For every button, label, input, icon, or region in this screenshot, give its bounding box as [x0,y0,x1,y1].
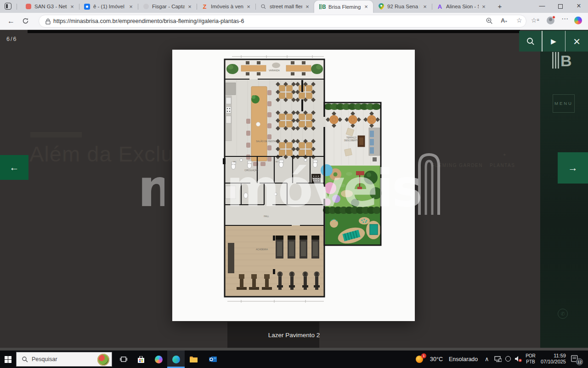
task-view-button[interactable] [115,351,132,368]
new-tab-button[interactable]: + [495,2,504,11]
language-indicator[interactable]: PORPTB [525,353,537,365]
brisa-icon: B [319,3,326,10]
tab-san-g3[interactable]: SAN G3 - Netim × [20,0,79,13]
profile-notification-dot [552,16,555,19]
back-icon[interactable]: ← [7,17,15,25]
background-overline [30,132,82,138]
search-placeholder: Pesquisar [32,356,57,362]
tab-street-mall[interactable]: street mall flem × [255,0,314,13]
tray-chevron-icon[interactable]: ∧ [485,356,489,362]
svg-text:B: B [322,4,326,10]
lightbox-controls: ▶ × [519,31,588,52]
tab-fisgar[interactable]: Fisgar - Captaç × [138,0,197,13]
alinea-icon: A [436,3,443,10]
url-text: https://minasbrisa.com.br/empreendimento… [53,18,244,24]
background-nav-marker: ✦ [503,152,506,157]
background-nav-item: PLANTAS [490,163,515,168]
tab-alinea[interactable]: A Alinea Sion - St × [432,0,491,13]
taskbar-search-box[interactable]: Pesquisar [16,352,112,367]
microsoft-store-icon[interactable] [132,351,150,368]
collections-icon[interactable]: ☆≡ [531,17,539,24]
site-sidebar: B MENU ✆ [540,30,588,351]
lightbox-zoom-button[interactable] [519,31,542,52]
browser-toolbar: ← https://minasbrisa.com.br/empreendimen… [0,13,588,30]
tab-close-icon[interactable]: × [363,3,369,10]
window-maximize-button[interactable] [551,0,570,13]
notification-center-icon[interactable]: 12 [571,355,580,363]
search-icon [260,3,267,10]
edge-taskbar-icon[interactable] [167,351,185,368]
whatsapp-icon[interactable]: ✆ [558,309,568,319]
browser-tab-strip: SAN G3 - Netim × ê - (1) Imóvel se × Fis… [0,0,588,13]
image-caption: Lazer Pavimento 2 [0,332,588,339]
clock[interactable]: 11:5907/10/2025 [538,353,566,365]
window-close-button[interactable]: × [570,0,588,13]
watermark-logo [415,150,443,215]
gallery-next-button[interactable]: → [558,152,588,184]
start-button[interactable] [0,351,16,368]
search-icon [22,356,28,362]
file-explorer-icon[interactable] [185,351,202,368]
netimoveis-icon [25,3,32,10]
tab-maps[interactable]: 92 Rua Sena Ma × [373,0,432,13]
blue-app-icon [84,3,90,10]
brisa-sidebar-logo: B [552,51,573,69]
watermark-text: móveis [226,162,421,214]
windows-taskbar: Pesquisar 1 30°C Ensolarado ∧ PORPTB 11:… [0,351,588,368]
profile-avatar[interactable] [547,17,554,26]
address-bar[interactable]: https://minasbrisa.com.br/empreendimento… [39,15,526,28]
tab-imovel[interactable]: ê - (1) Imóvel se × [79,0,138,13]
tab-brisa-fleming-active[interactable]: B Brisa Fleming | N × [314,0,373,13]
gallery-counter: 6/6 [6,36,17,42]
floorplan-label-varanda: VARANDA [269,69,280,72]
copilot-taskbar-icon[interactable] [150,351,167,368]
floorplan-label-salao: SALÃO DE FESTAS [256,140,277,143]
maps-icon [378,3,384,10]
tab-close-icon[interactable]: × [304,3,311,10]
read-aloud-icon[interactable]: A» [501,17,507,24]
page-header-strip [28,30,520,33]
fisgar-icon [142,3,149,10]
zoom-page-icon[interactable] [486,17,493,24]
tab-close-icon[interactable]: × [422,3,428,10]
favorite-star-icon[interactable]: ☆ [516,17,522,24]
tab-close-icon[interactable]: × [481,3,487,10]
tab-close-icon[interactable]: × [245,3,252,10]
floorplan-label-terraco: DESCOBERTO [344,139,359,142]
network-display-icon[interactable] [494,356,502,362]
search-highlight-image [97,354,109,366]
tray-circle-icon[interactable] [505,356,511,362]
lightbox-overlay: Além da Exclusiv FLEMING GARDEN PLANTAS … [0,30,588,351]
volume-muted-icon[interactable] [514,356,522,362]
floorplan-label-academia: ACADEMIA [256,248,268,251]
weather-temp[interactable]: 30°C [430,356,443,362]
copilot-icon[interactable] [574,17,582,26]
gallery-prev-button[interactable]: ← [0,155,28,180]
window-minimize-button[interactable]: — [533,0,551,13]
svg-text:B: B [560,52,572,69]
menu-button[interactable]: MENU [553,94,575,113]
lightbox-play-button[interactable]: ▶ [543,31,565,52]
lightbox-close-button[interactable]: × [565,31,588,52]
weather-icon[interactable]: 1 [416,355,425,364]
weather-condition[interactable]: Ensolarado [449,356,478,362]
tab-close-icon[interactable]: × [187,3,193,10]
tab-close-icon[interactable]: × [128,3,134,10]
lock-icon [45,18,51,24]
tab-actions-icon[interactable] [5,3,11,10]
floorplan-label-terraco: TERRAÇO [346,137,357,139]
tab-close-icon[interactable]: × [69,3,75,10]
outlook-icon[interactable] [204,351,221,368]
notification-count-badge: 12 [576,358,583,365]
zap-icon: Z [201,3,208,10]
watermark-fragment: m [138,162,164,214]
settings-menu-icon[interactable]: ⋯ [561,15,569,23]
refresh-icon[interactable] [22,17,29,24]
tab-zap-imoveis[interactable]: Z Imóveis à venda × [197,0,255,13]
weather-badge: 1 [421,353,426,358]
